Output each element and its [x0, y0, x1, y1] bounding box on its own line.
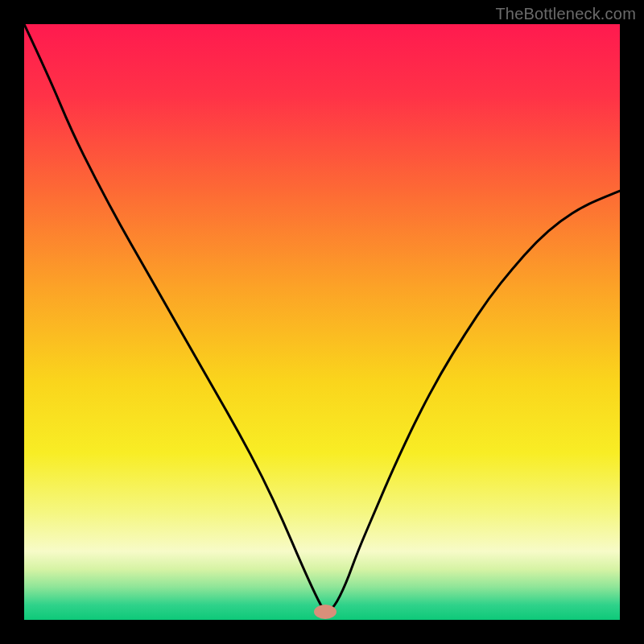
svg-rect-0	[24, 24, 620, 620]
watermark-text: TheBottleneck.com	[495, 5, 636, 23]
chart-frame: TheBottleneck.com	[0, 0, 644, 644]
plot-area	[24, 24, 620, 620]
background-gradient	[24, 24, 620, 620]
